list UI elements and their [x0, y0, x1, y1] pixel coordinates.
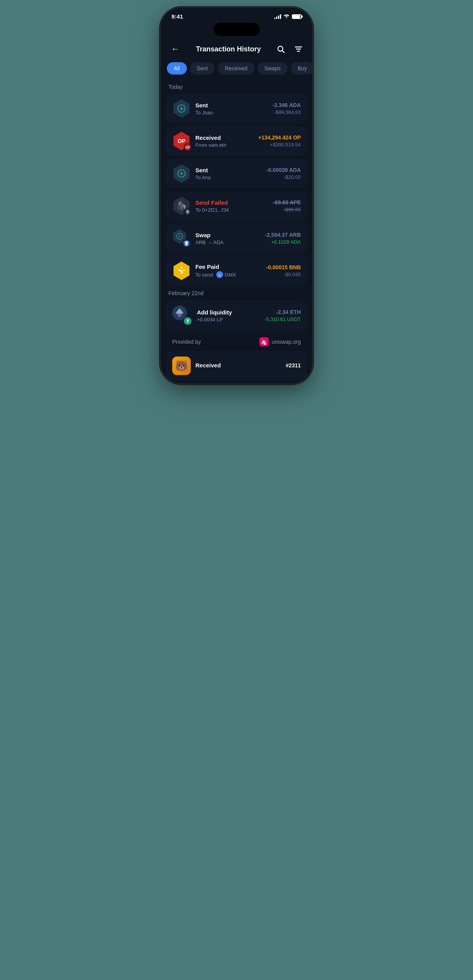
- svg-rect-13: [181, 267, 183, 269]
- wifi-icon: [283, 14, 290, 19]
- tx-amounts-fee-bnb: -0.00015 BNB -$0.045: [266, 264, 301, 277]
- tx-title: Fee Paid: [195, 263, 262, 270]
- back-button[interactable]: ←: [168, 42, 182, 56]
- tx-amount-main: -2,504.37 ARB: [265, 232, 301, 238]
- provided-by-label: Provided by: [172, 339, 201, 345]
- tab-swaps[interactable]: Swaps: [258, 62, 288, 75]
- svg-line-1: [282, 51, 284, 53]
- tab-sent[interactable]: Sent: [190, 62, 215, 75]
- uniswap-logo: 🦄: [259, 337, 269, 346]
- tx-amount-main: #2311: [286, 362, 301, 369]
- tx-info-add-liquidity: Add liquidity +0.0034 LP: [197, 309, 260, 323]
- tx-title: Sent: [195, 102, 268, 109]
- tx-amount-sub: -$96.55: [273, 207, 301, 212]
- tx-amount-sub: -$20.00: [266, 174, 301, 180]
- tx-subtitle: ARB → ADA: [195, 239, 260, 245]
- tab-buy[interactable]: Buy: [291, 62, 312, 75]
- tx-amount-sub: +$390,519.54: [258, 142, 301, 148]
- tx-info-received-op: Received From sam.eth: [195, 134, 254, 148]
- tx-icon-ape: 🦍: [172, 197, 191, 215]
- transaction-swap-arb-ada[interactable]: Swap ARB → ADA -2,504.37 ARB +0.1028 ADA: [166, 224, 307, 253]
- tx-amount-sub: -$0.045: [266, 272, 301, 277]
- transaction-add-liquidity[interactable]: ₮ Add liquidity +0.0034 LP -2.34 ETH -5,…: [166, 300, 307, 331]
- tx-info-received-nft: Received: [195, 362, 281, 370]
- usdt-badge: ₮: [183, 316, 192, 326]
- transaction-sent-ada-joao[interactable]: Sent To Joao -2.346 ADA -$99,364.83: [166, 94, 307, 123]
- svg-marker-18: [176, 308, 183, 314]
- tx-title-failed: Send Failed: [195, 199, 268, 206]
- tx-icon-swap: [172, 229, 191, 248]
- tx-title: Add liquidity: [197, 309, 260, 316]
- header-action-icons: [275, 43, 305, 55]
- transaction-failed-ape[interactable]: 🦍 Send Failed To 0×2f21...f34 -69.69 APE…: [166, 191, 307, 221]
- svg-rect-15: [183, 269, 185, 271]
- tx-amount-main: +134,294.424 OP: [258, 134, 301, 141]
- tx-amount-sub: -5,310.61 USDT: [264, 316, 301, 322]
- arb-badge: [182, 239, 191, 248]
- tx-subtitle: From sam.eth: [195, 142, 254, 148]
- svg-point-12: [179, 236, 180, 237]
- status-bar: 9:41: [161, 8, 312, 23]
- tx-amounts-failed-ape: -69.69 APE -$96.55: [273, 199, 301, 212]
- tx-subtitle: +0.0034 LP: [197, 317, 260, 323]
- tx-amount-main: -0.00039 ADA: [266, 167, 301, 173]
- tx-amount-main: -69.69 APE: [273, 199, 301, 206]
- tx-icon-eth-usdt: ₮: [172, 306, 192, 326]
- tx-icon-ada: [172, 99, 191, 118]
- battery-icon: [292, 14, 302, 19]
- tx-amounts-received-nft: #2311: [286, 362, 301, 370]
- status-icons: [274, 14, 302, 19]
- tx-info-fee-bnb: Fee Paid To send ▲ GMX: [195, 263, 262, 278]
- filter-tabs: All Sent Received Swaps Buy Se: [161, 62, 312, 82]
- tx-title: Sent: [195, 167, 262, 173]
- tx-info-failed-ape: Send Failed To 0×2f21...f34: [195, 199, 268, 213]
- filter-button[interactable]: [292, 43, 305, 55]
- tx-amount-sub: -$99,364.83: [273, 109, 301, 115]
- tx-amounts-add-liquidity: -2.34 ETH -5,310.61 USDT: [264, 309, 301, 322]
- provided-by-service: 🦄 uniswap.org: [259, 337, 301, 346]
- tx-icon-nft: 🐻: [172, 357, 191, 375]
- tx-amounts-received-op: +134,294.424 OP +$390,519.54: [258, 134, 301, 148]
- signal-icon: [274, 14, 281, 19]
- tab-all[interactable]: All: [167, 62, 187, 75]
- tx-amount-main: -2.346 ADA: [273, 102, 301, 108]
- tab-received[interactable]: Received: [218, 62, 254, 75]
- tx-amounts-swap: -2,504.37 ARB +0.1028 ADA: [265, 232, 301, 245]
- svg-rect-14: [178, 269, 180, 271]
- tx-subtitle: To Joao: [195, 110, 268, 115]
- phone-frame: 9:41 ← Transaction History: [161, 8, 312, 384]
- page-title: Transaction History: [196, 45, 261, 53]
- tx-amount-main: -0.00015 BNB: [266, 264, 301, 270]
- time: 9:41: [171, 13, 183, 20]
- tx-info-swap: Swap ARB → ADA: [195, 232, 260, 245]
- dynamic-island: [214, 23, 260, 36]
- eth-badge: [184, 208, 192, 216]
- tx-icon-op: OP OP: [172, 132, 191, 150]
- tx-amounts-sent-joao: -2.346 ADA -$99,364.83: [273, 102, 301, 115]
- svg-marker-9: [186, 209, 190, 213]
- transaction-sent-ada-ana[interactable]: Sent To Ana -0.00039 ADA -$20.00: [166, 159, 307, 188]
- search-button[interactable]: [275, 43, 287, 55]
- transaction-fee-bnb-gmx[interactable]: Fee Paid To send ▲ GMX -0.00015 BNB -$0.…: [166, 256, 307, 285]
- tx-title: Received: [195, 362, 281, 369]
- op-badge: OP: [184, 143, 192, 151]
- tx-info-sent-joao: Sent To Joao: [195, 102, 268, 115]
- tx-info-sent-ana: Sent To Ana: [195, 167, 262, 180]
- tx-subtitle: To send ▲ GMX: [195, 271, 262, 278]
- provided-by-name: uniswap.org: [272, 339, 301, 345]
- tx-title: Swap: [195, 232, 260, 238]
- tx-icon-bnb: [172, 262, 191, 280]
- tx-title: Received: [195, 134, 254, 141]
- tx-amounts-sent-ana: -0.00039 ADA -$20.00: [266, 167, 301, 180]
- tx-amount-main: -2.34 ETH: [264, 309, 301, 315]
- tx-icon-ada2: [172, 164, 191, 183]
- back-arrow-icon: ←: [171, 44, 180, 54]
- transaction-received-op[interactable]: OP OP Received From sam.eth +134,294.424…: [166, 126, 307, 156]
- section-feb22: February 22nd: [161, 289, 312, 300]
- tx-subtitle: To 0×2f21...f34: [195, 207, 268, 213]
- header: ← Transaction History: [161, 39, 312, 62]
- tx-amount-sub: +0.1028 ADA: [265, 239, 301, 245]
- provided-by-section: Provided by 🦄 uniswap.org: [166, 334, 307, 351]
- transaction-received-nft[interactable]: 🐻 Received #2311: [166, 351, 307, 380]
- tx-subtitle: To Ana: [195, 175, 262, 180]
